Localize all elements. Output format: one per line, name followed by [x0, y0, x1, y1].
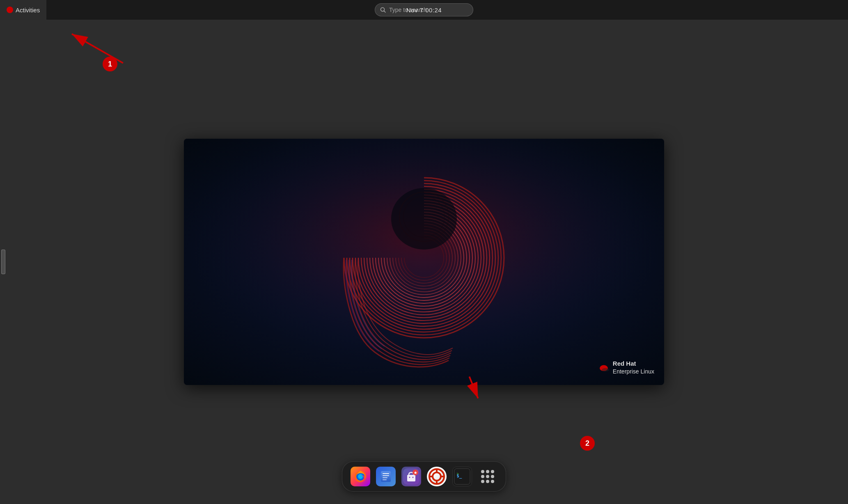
software-icon: ★	[401, 467, 421, 486]
svg-rect-18	[383, 479, 387, 480]
dock-item-firefox[interactable]	[350, 466, 371, 487]
brand-name: Red Hat	[613, 360, 654, 368]
grid-dot	[491, 470, 494, 473]
dock-item-notes[interactable]	[375, 466, 396, 487]
svg-point-6	[391, 188, 457, 250]
grid-dot	[481, 470, 484, 473]
search-bar[interactable]	[375, 3, 473, 16]
svg-line-1	[384, 11, 386, 13]
dock-item-software[interactable]: ★	[401, 466, 422, 487]
redhat-icon	[7, 7, 13, 13]
dock-item-terminal[interactable]: $_ >	[452, 466, 473, 487]
svg-line-39	[72, 34, 123, 63]
firefox-icon	[351, 467, 370, 486]
svg-text:>: >	[457, 472, 459, 476]
redhat-brand-text: Red Hat Enterprise Linux	[613, 360, 654, 375]
redhat-logo-icon	[598, 362, 610, 373]
svg-rect-21	[407, 475, 415, 481]
brand-edition: Enterprise Linux	[613, 368, 654, 375]
terminal-icon: $_ >	[452, 467, 472, 486]
svg-rect-17	[383, 477, 387, 478]
annotation-1: 1	[103, 57, 117, 71]
grid-dot	[486, 480, 489, 483]
apps-grid-icon	[478, 467, 497, 486]
main-area: Red Hat Enterprise Linux	[0, 20, 848, 504]
grid-dot	[481, 480, 484, 483]
dock-item-help[interactable]	[426, 466, 447, 487]
svg-text:★: ★	[414, 471, 417, 475]
workspace-sidebar	[0, 20, 7, 504]
grid-dot	[486, 475, 489, 478]
svg-rect-15	[383, 473, 389, 474]
annotation-2: 2	[580, 436, 595, 451]
wallpaper-window: Red Hat Enterprise Linux	[184, 139, 664, 385]
taskbar: ★	[342, 461, 506, 492]
grid-dot	[491, 480, 494, 483]
grid-dot	[491, 475, 494, 478]
svg-rect-14	[381, 471, 391, 482]
annotation-circle-1: 1	[103, 57, 117, 71]
svg-point-12	[358, 474, 363, 479]
svg-point-9	[602, 368, 609, 371]
activities-label: Activities	[16, 7, 40, 14]
redhat-watermark: Red Hat Enterprise Linux	[598, 360, 654, 375]
notes-icon	[376, 467, 396, 486]
grid-dot	[481, 475, 484, 478]
search-bar-container	[375, 3, 473, 16]
workspace-thumbnail[interactable]	[1, 250, 5, 274]
search-input[interactable]	[389, 7, 463, 13]
svg-point-22	[409, 477, 410, 478]
dock-item-show-apps[interactable]	[477, 466, 498, 487]
search-icon	[380, 7, 386, 13]
svg-rect-16	[383, 475, 389, 476]
activities-button[interactable]: Activities	[0, 0, 46, 20]
topbar: Activities Nov 7 00:24	[0, 0, 848, 20]
svg-rect-3	[184, 139, 664, 385]
wallpaper-canvas: Red Hat Enterprise Linux	[184, 139, 664, 385]
grid-dot	[486, 470, 489, 473]
annotation-circle-2: 2	[580, 436, 595, 451]
wallpaper-svg	[184, 139, 664, 385]
apps-grid	[481, 470, 494, 483]
svg-point-23	[413, 477, 414, 478]
help-icon	[427, 467, 447, 486]
